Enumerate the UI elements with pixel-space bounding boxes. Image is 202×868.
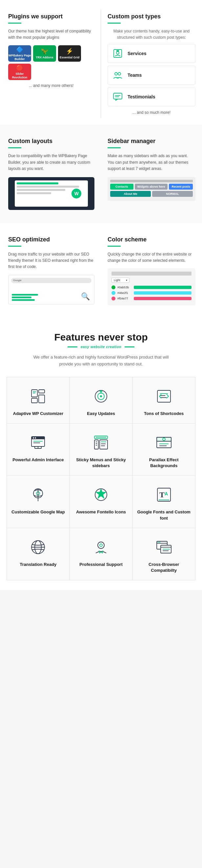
svg-rect-11 [32, 398, 37, 403]
seo-underline [8, 246, 21, 247]
features-desc: We offer a feature-rich and highly funct… [32, 354, 170, 368]
cs-dot-3 [111, 297, 115, 301]
seo-lines [12, 294, 38, 301]
cpt-list: Services Teams [107, 44, 196, 106]
feature-support: Professional Support [70, 528, 133, 580]
cs-dropdown-label: Light [114, 279, 120, 282]
plugin-trx: 🦖 TRX Addons [33, 45, 56, 62]
plugin-essential: ⚡ Essential Grid [58, 45, 81, 62]
seo-image: Google 🔍 [8, 275, 95, 304]
cs-color-row-2: #46e2f1 [111, 291, 192, 295]
feature-map: Customizable Google Map [7, 476, 70, 528]
feature-icons: Awesome Fontello Icons [70, 476, 133, 528]
feature-parallax: Parallax Effect Backgrounds [133, 424, 196, 476]
layout-bar-green [17, 182, 58, 184]
features-subtitle-line: easy website creation [6, 345, 196, 349]
feature-icons-label: Awesome Fontello Icons [76, 509, 126, 515]
top-section: Plugins we support Our theme has the hig… [0, 0, 202, 125]
cs-dot-1 [111, 285, 115, 289]
feature-fonts: T A Google Fonts and Custom font [133, 476, 196, 528]
cs-top-bar [111, 272, 192, 276]
support-icon [91, 537, 111, 557]
cs-color-row-1: #0ab53b [111, 285, 192, 289]
admin-icon [28, 433, 48, 453]
feature-updates-label: Easy Updates [87, 411, 115, 416]
sb-widgets-above: Widgets above here [135, 184, 168, 190]
svg-point-1 [116, 52, 119, 54]
custom-layouts-desc: Due to compatibility with the WPBakery P… [8, 153, 95, 172]
sb-contacts: Contacts [110, 184, 133, 190]
trx-icon: 🦖 [41, 48, 48, 55]
sidebar-preview: Contacts Widgets above here Recent posts… [107, 177, 196, 201]
plugins-section: Plugins we support Our theme has the hig… [0, 10, 101, 118]
svg-point-3 [115, 72, 117, 75]
cs-label-3: #f04e77 [117, 297, 134, 300]
feature-sticky: Sticky Menus and Sticky sidebars [70, 424, 133, 476]
translation-icon [28, 537, 48, 557]
svg-point-57 [100, 544, 102, 547]
feature-parallax-label: Parallax Effect Backgrounds [136, 457, 192, 469]
cs-dropdown[interactable]: Light ▾ [111, 278, 130, 283]
svg-point-24 [35, 437, 36, 439]
svg-point-16 [100, 395, 102, 397]
green-line-right [125, 346, 134, 347]
wp-icon: W [71, 189, 81, 198]
color-scheme-preview: Light ▾ #0ab53b #46e2f1 #f04e77 [107, 268, 196, 305]
custom-post-title: Custom post types [107, 13, 196, 20]
mid-section: Custom layouts Due to compatibility with… [0, 125, 202, 223]
custom-layouts-section: Custom layouts Due to compatibility with… [0, 134, 101, 213]
color-scheme-underline [107, 246, 121, 247]
feature-fonts-label: Google Fonts and Custom font [136, 509, 192, 521]
cs-dot-2 [111, 291, 115, 295]
services-icon [112, 48, 124, 59]
svg-rect-5 [113, 93, 122, 99]
feature-customizer: Adaptive WP Customizer [7, 377, 70, 424]
feature-customizer-label: Adaptive WP Customizer [13, 411, 64, 416]
teams-icon [112, 69, 124, 81]
wpbakery-icon: 🔷 [16, 46, 23, 54]
layout-bar-gray2 [17, 189, 65, 191]
layout-bar-gray3 [17, 192, 52, 194]
map-icon [28, 485, 48, 504]
sb-about-me: About Me [110, 191, 151, 197]
custom-post-more: ... and so much more! [107, 110, 196, 115]
plugin-wpbakery: 🔷 WPBakery Page Builder [8, 45, 31, 62]
layout-inner: W [15, 180, 88, 207]
cs-label-2: #46e2f1 [117, 291, 134, 294]
color-scheme-section: Color scheme Quickly change the color of… [101, 233, 202, 309]
green-line-left [68, 346, 77, 347]
seo-desc: Drag more traffic to your website with o… [8, 251, 95, 270]
custom-post-underline [107, 23, 121, 24]
custom-post-section: Custom post types Make your contents han… [101, 10, 202, 118]
svg-rect-8 [32, 390, 37, 397]
sb-recent-posts: Recent posts [169, 184, 193, 190]
sidebar-manager-title: Sidebar manager [107, 138, 196, 145]
cs-bar-1 [134, 286, 192, 289]
cs-bar-2 [134, 291, 192, 294]
features-main-title: Features never stop [6, 332, 196, 343]
seo-title: SEO optimized [8, 236, 95, 243]
feature-crossbrowser-label: Cross-Browser Compatibilty [136, 562, 192, 574]
seo-line-1 [12, 294, 38, 296]
svg-point-63 [159, 541, 160, 542]
color-scheme-desc: Quickly change the color of the entire w… [107, 251, 196, 264]
fonts-icon: T A [154, 485, 174, 504]
svg-point-62 [158, 541, 158, 542]
cpt-teams: Teams [107, 66, 196, 85]
fontello-icon [91, 485, 111, 504]
sb-row-1 [110, 180, 193, 182]
lower-section: SEO optimized Drag more traffic to your … [0, 223, 202, 318]
testimonials-label: Testimonials [128, 94, 156, 99]
svg-rect-2 [116, 50, 119, 52]
feature-crossbrowser: Cross-Browser Compatibilty [133, 528, 196, 580]
sb-row-2: Contacts Widgets above here Recent posts [110, 184, 193, 190]
feature-admin-label: Powerful Admin Interface [12, 457, 64, 463]
feature-translation: Translation Ready [7, 528, 70, 580]
teams-label: Teams [128, 72, 142, 78]
updates-icon [91, 386, 111, 406]
chevron-down-icon: ▾ [126, 279, 127, 282]
plugin-slider: 🔴 Slider Revolution [8, 64, 31, 80]
seo-line-3 [12, 299, 35, 301]
customizer-icon [28, 386, 48, 406]
custom-layouts-image: W [8, 177, 95, 210]
